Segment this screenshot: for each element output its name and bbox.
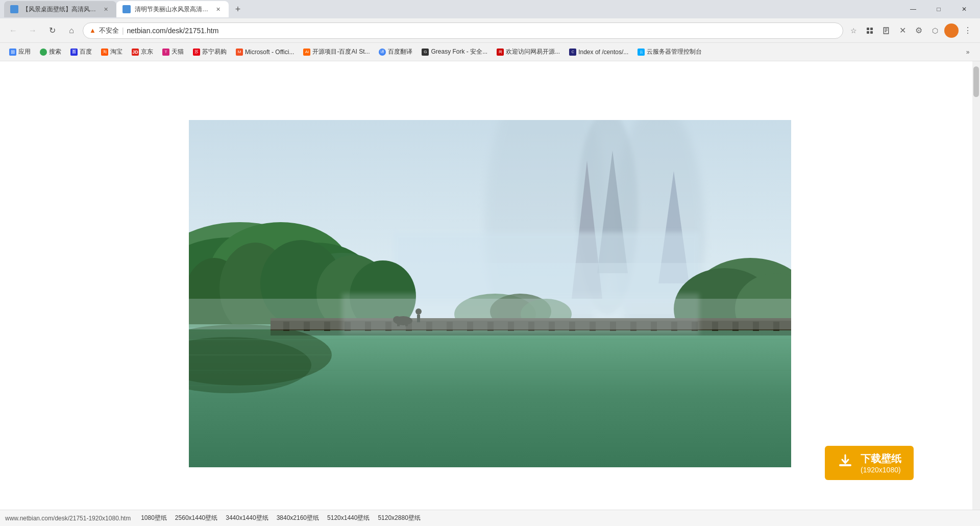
tab-1[interactable]: 【风景桌面壁纸】高清风景图片-风... ✕	[4, 1, 116, 17]
bookmark-163-favicon: 网	[497, 49, 504, 56]
extension-icon-1[interactable]	[863, 23, 877, 38]
forward-button[interactable]: →	[24, 22, 41, 39]
svg-rect-1	[870, 28, 873, 30]
extension-icon-4[interactable]: ⚙	[912, 23, 926, 38]
bookmark-baidu-favicon: 百	[70, 49, 78, 56]
bookmark-suning-label: 苏宁易购	[202, 47, 227, 56]
bookmark-centos-favicon: C	[569, 49, 576, 56]
bookmark-apps-favicon: ⊞	[9, 49, 16, 56]
bottom-bar: www.netbian.com/desk/21751-1920x1080.htm…	[0, 510, 980, 526]
maximize-button[interactable]: □	[927, 1, 950, 17]
bookmark-ai[interactable]: AI 开源项目-百度AI St...	[299, 45, 374, 59]
tab-2-close[interactable]: ✕	[213, 5, 223, 14]
bookmark-search-label: 搜索	[49, 47, 61, 56]
bookmark-tmall-label: 天猫	[172, 47, 184, 56]
back-button[interactable]: ←	[5, 22, 21, 39]
size-links: 1080壁纸 2560x1440壁纸 3440x1440壁纸 3840x2160…	[141, 514, 421, 522]
address-bar: ← → ↻ ⌂ ▲ 不安全 | netbian.com/desk/21751.h…	[0, 18, 980, 43]
bookmark-jd-label: 京东	[141, 47, 153, 56]
bookmark-ms[interactable]: M Microsoft - Offici...	[232, 45, 298, 59]
download-size: (1920x1080)	[861, 466, 901, 474]
size-link-5120-1440[interactable]: 5120x1440壁纸	[327, 514, 370, 522]
svg-rect-2	[867, 31, 869, 34]
bookmark-apps-label: 应用	[18, 47, 31, 56]
reload-button[interactable]: ↻	[44, 22, 60, 39]
bookmarks-bar: ⊞ 应用 搜索 百 百度 淘 淘宝 JD 京东 T 天猫 苏 苏宁易购 M M	[0, 43, 980, 61]
bookmark-search[interactable]: 搜索	[36, 45, 65, 59]
url-text: netbian.com/desk/21751.htm	[127, 27, 837, 35]
bookmark-translate[interactable]: 译 百度翻译	[375, 45, 416, 59]
bookmark-ai-label: 开源项目-百度AI St...	[312, 47, 370, 56]
security-warning-icon: ▲	[89, 27, 96, 34]
wallpaper-image	[189, 120, 791, 467]
bookmark-jd[interactable]: JD 京东	[128, 45, 157, 59]
bookmark-cloud-favicon: 云	[638, 49, 645, 56]
bookmark-centos-label: Index of /centos/...	[578, 49, 628, 56]
scrollbar[interactable]	[972, 61, 980, 526]
bookmark-greasy-favicon: G	[422, 49, 429, 56]
bookmark-translate-label: 百度翻译	[388, 47, 412, 56]
bookmark-taobao[interactable]: 淘 淘宝	[97, 45, 127, 59]
bookmark-translate-favicon: 译	[379, 49, 386, 56]
separator: |	[122, 27, 124, 35]
bookmark-baidu-label: 百度	[80, 47, 92, 56]
bookmark-163[interactable]: 网 欢迎访问网易开源...	[493, 45, 564, 59]
svg-rect-73	[839, 464, 851, 466]
size-link-5120-2880[interactable]: 5120x2880壁纸	[378, 514, 420, 522]
scrollbar-thumb[interactable]	[973, 66, 979, 97]
tab-2[interactable]: 清明节美丽山水风景高清壁纸-风... ✕	[116, 1, 229, 17]
tab-1-close[interactable]: ✕	[101, 5, 110, 14]
download-button[interactable]: 下载壁纸 (1920x1080)	[825, 446, 914, 480]
bookmark-163-label: 欢迎访问网易开源...	[506, 47, 560, 56]
size-link-3840[interactable]: 3840x2160壁纸	[277, 514, 319, 522]
bookmark-ms-label: Microsoft - Offici...	[245, 49, 294, 56]
bookmark-centos[interactable]: C Index of /centos/...	[565, 45, 632, 59]
extension-icon-2[interactable]	[879, 23, 893, 38]
bookmark-cloud[interactable]: 云 云服务器管理控制台	[633, 45, 706, 59]
download-icon	[837, 453, 853, 473]
tab-2-favicon	[122, 5, 131, 13]
svg-rect-0	[867, 28, 869, 30]
address-actions: ☆ ✕ ⚙ ⬡ ⋮	[846, 23, 975, 38]
size-link-3440[interactable]: 3440x1440壁纸	[226, 514, 268, 522]
bookmark-taobao-favicon: 淘	[101, 49, 108, 56]
extension-icon-5[interactable]: ⬡	[928, 23, 942, 38]
extension-icon-3[interactable]: ✕	[895, 23, 910, 38]
bookmark-jd-favicon: JD	[132, 49, 139, 56]
size-prefix: 1080壁纸	[141, 514, 167, 522]
home-button[interactable]: ⌂	[63, 22, 80, 39]
bookmark-greasy-label: Greasy Fork - 安全...	[431, 47, 487, 56]
bookmark-tmall-favicon: T	[162, 49, 169, 56]
new-tab-button[interactable]: +	[231, 2, 245, 16]
bookmark-ms-favicon: M	[236, 49, 243, 56]
bookmark-cloud-label: 云服务器管理控制台	[647, 47, 702, 56]
download-label: 下载壁纸	[861, 452, 901, 466]
profile-avatar[interactable]	[944, 23, 959, 38]
bookmark-search-favicon	[40, 49, 47, 56]
page-content: 下载壁纸 (1920x1080) www.netbian.com/desk/21…	[0, 61, 980, 526]
status-url: www.netbian.com/desk/21751-1920x1080.htm	[5, 515, 131, 522]
bookmark-suning[interactable]: 苏 苏宁易购	[189, 45, 231, 59]
bookmark-baidu[interactable]: 百 百度	[66, 45, 96, 59]
bookmark-star-icon[interactable]: ☆	[846, 23, 861, 38]
bookmark-greasy[interactable]: G Greasy Fork - 安全...	[418, 45, 492, 59]
tab-1-favicon	[10, 5, 18, 13]
svg-rect-12	[393, 232, 699, 304]
tab-1-title: 【风景桌面壁纸】高清风景图片-风...	[22, 5, 97, 14]
svg-rect-72	[342, 294, 699, 334]
size-link-2560[interactable]: 2560x1440壁纸	[175, 514, 217, 522]
title-bar: 【风景桌面壁纸】高清风景图片-风... ✕ 清明节美丽山水风景高清壁纸-风...…	[0, 0, 980, 18]
menu-button[interactable]: ⋮	[961, 23, 975, 38]
bookmark-taobao-label: 淘宝	[110, 47, 122, 56]
svg-rect-3	[870, 31, 873, 34]
address-input[interactable]: ▲ 不安全 | netbian.com/desk/21751.htm	[83, 22, 843, 39]
minimize-button[interactable]: —	[901, 1, 925, 17]
close-button[interactable]: ✕	[952, 1, 976, 17]
bookmark-suning-favicon: 苏	[193, 49, 200, 56]
window-controls: — □ ✕	[901, 1, 976, 17]
browser-window: 【风景桌面壁纸】高清风景图片-风... ✕ 清明节美丽山水风景高清壁纸-风...…	[0, 0, 980, 526]
bookmark-apps[interactable]: ⊞ 应用	[5, 45, 35, 59]
bookmarks-more-button[interactable]: »	[961, 45, 975, 59]
download-text: 下载壁纸 (1920x1080)	[861, 452, 901, 474]
bookmark-tmall[interactable]: T 天猫	[158, 45, 188, 59]
